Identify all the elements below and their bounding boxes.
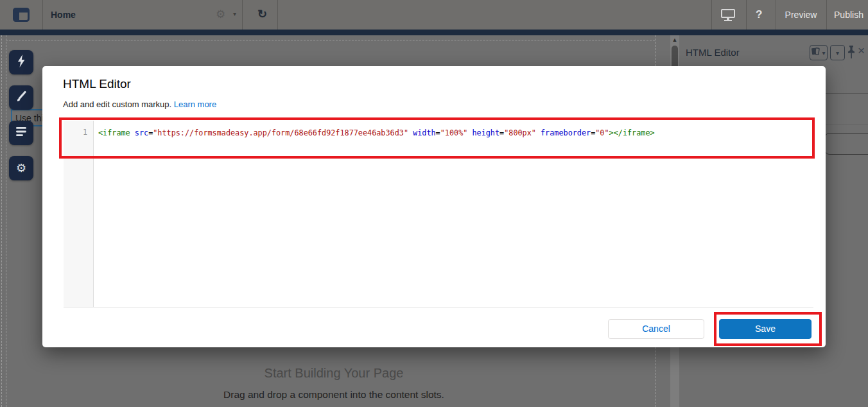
list-icon: [16, 126, 27, 139]
modal-subtitle-text: Add and edit custom markup.: [63, 100, 174, 109]
toolbar-divider: [242, 0, 243, 30]
paintbrush-icon: [15, 91, 27, 105]
toolbar-divider: [746, 0, 747, 30]
panel-close-icon[interactable]: ×: [858, 44, 865, 58]
cancel-button[interactable]: Cancel: [608, 319, 704, 339]
modal-subtitle: Add and edit custom markup. Learn more: [63, 100, 216, 109]
refresh-icon[interactable]: ↻: [257, 0, 267, 30]
experience-builder-screen: Home ⚙ ▾ ↻ ? Preview Publish Use thi: [0, 0, 868, 407]
help-button[interactable]: ?: [756, 0, 762, 30]
sidebar-item-structure[interactable]: [9, 121, 33, 145]
panel-style-picker-button[interactable]: ▾: [810, 45, 828, 60]
save-button[interactable]: Save: [719, 319, 812, 339]
panel-clipped-button[interactable]: [824, 133, 868, 155]
caret-down-icon: ▾: [822, 49, 825, 56]
empty-state-title: Start Building Your Page: [90, 366, 578, 381]
pin-icon[interactable]: [847, 46, 856, 62]
sidebar-item-components[interactable]: [9, 50, 33, 74]
lightning-icon: [17, 55, 26, 70]
toolbar-divider: [277, 0, 278, 30]
style-cards-icon: [812, 47, 822, 58]
code-editor-gutter: 1: [64, 121, 94, 307]
content-slot-outline: [1, 35, 2, 407]
code-editor-border: [64, 307, 813, 307]
page-tab-home[interactable]: Home: [51, 0, 76, 30]
content-slot-outline: [6, 40, 655, 40]
page-header-strip: [0, 30, 868, 35]
publish-button[interactable]: Publish: [826, 0, 868, 30]
gear-icon: ⚙: [16, 162, 26, 174]
device-preview-monitor-icon[interactable]: [721, 9, 735, 21]
page-settings-gear-icon[interactable]: ⚙: [216, 0, 225, 30]
empty-state-subtitle: Drag and drop a component into the conte…: [90, 389, 578, 401]
code-editor-content[interactable]: <iframe src="https://formsmadeasy.app/fo…: [98, 127, 655, 139]
scrollbar-up-arrow-icon[interactable]: ▲: [670, 37, 679, 43]
sidebar-item-theme[interactable]: [9, 85, 33, 110]
toolbar-divider: [42, 0, 43, 30]
builder-toolbar: Home ⚙ ▾ ↻ ? Preview Publish: [0, 0, 868, 30]
line-number: 1: [64, 121, 93, 137]
preview-button[interactable]: Preview: [776, 0, 826, 30]
content-slot-outline: [6, 35, 6, 407]
property-panel-title: HTML Editor: [686, 47, 740, 58]
modal-title: HTML Editor: [63, 77, 131, 91]
caret-down-icon: ▾: [836, 49, 839, 56]
canvas-empty-state: Start Building Your Page Drag and drop a…: [90, 366, 578, 401]
sidebar-item-settings[interactable]: ⚙: [9, 156, 33, 180]
html-editor-modal: HTML Editor Add and edit custom markup. …: [42, 66, 826, 347]
page-settings-caret-icon[interactable]: ▾: [233, 0, 236, 30]
app-builder-logo-icon: [13, 8, 30, 24]
toolbar-divider: [711, 0, 712, 30]
learn-more-link[interactable]: Learn more: [174, 100, 216, 109]
panel-collapse-button[interactable]: ▾: [830, 45, 845, 60]
